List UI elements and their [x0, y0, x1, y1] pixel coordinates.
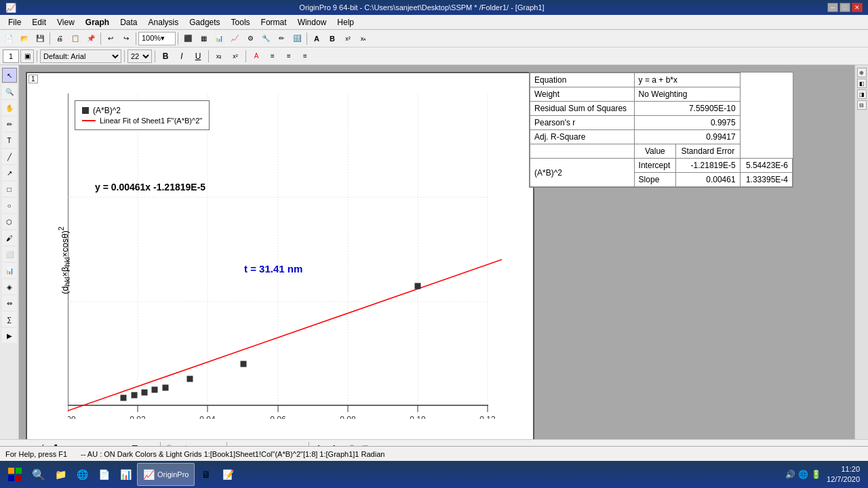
svg-text:0.08: 0.08 — [340, 415, 356, 419]
menu-graph[interactable]: Graph — [80, 16, 115, 28]
stats-row-residual: Residual Sum of Squares 7.55905E-10 — [530, 102, 793, 116]
vtb-data[interactable]: 📊 — [2, 263, 17, 278]
stats-row-intercept: (A*B)^2 Intercept -1.21819E-5 5.54423E-6 — [530, 159, 793, 173]
tb-btn1[interactable]: ⬛ — [180, 31, 195, 46]
menu-format[interactable]: Format — [256, 16, 292, 28]
vtb-brush[interactable]: 🖌 — [2, 230, 17, 245]
tb-superscript[interactable]: x² — [228, 49, 243, 64]
rt-btn4[interactable]: ⊟ — [857, 100, 867, 110]
menu-view[interactable]: View — [52, 16, 80, 28]
taskbar-notepad[interactable]: 📝 — [218, 464, 238, 485]
legend-series1-label: (A*B)^2 — [93, 106, 121, 115]
tb-open[interactable]: 📂 — [17, 31, 32, 46]
tb-align-right[interactable]: ≡ — [298, 49, 313, 64]
tb-undo[interactable]: ↩ — [103, 31, 118, 46]
stats-row-col-headers: Value Standard Error — [530, 144, 793, 159]
svg-rect-32 — [132, 392, 137, 398]
tb-d[interactable]: xₙ — [356, 31, 371, 46]
rt-btn2[interactable]: ◧ — [857, 79, 867, 88]
taskbar-files[interactable]: 📁 — [50, 464, 71, 485]
tb-c[interactable]: x² — [340, 31, 355, 46]
menu-edit[interactable]: Edit — [26, 16, 52, 28]
tb-text-color[interactable]: A — [249, 49, 264, 64]
stats-value-residual: 7.55905E-10 — [634, 102, 740, 116]
tb-subscript[interactable]: x₂ — [212, 49, 226, 64]
tb-print[interactable]: 🖨 — [52, 31, 67, 46]
tb-copy[interactable]: 📋 — [68, 31, 83, 46]
menu-window[interactable]: Window — [292, 16, 332, 28]
taskbar-search[interactable]: 🔍 — [28, 464, 49, 485]
svg-rect-34 — [152, 387, 157, 392]
font-select[interactable]: Default: Arial — [40, 49, 121, 63]
vtb-mask[interactable]: ◈ — [2, 279, 17, 294]
vtb-expand[interactable]: ▶ — [2, 328, 17, 343]
start-button[interactable] — [3, 463, 27, 486]
svg-text:0.12: 0.12 — [479, 415, 496, 419]
menu-gadgets[interactable]: Gadgets — [184, 16, 225, 28]
vtb-circle[interactable]: ○ — [2, 198, 17, 213]
vtb-formula[interactable]: ∑ — [2, 312, 17, 327]
vtb-scale[interactable]: ⇔ — [2, 296, 17, 310]
svg-rect-37 — [241, 361, 246, 367]
vtb-line[interactable]: ╱ — [2, 149, 17, 164]
tb-align-center[interactable]: ≡ — [281, 49, 296, 64]
taskbar-excel[interactable]: 📊 — [115, 464, 136, 485]
taskbar-word[interactable]: 📄 — [94, 464, 114, 485]
restore-button[interactable]: □ — [840, 3, 850, 12]
vtb-eraser[interactable]: ⬜ — [2, 247, 17, 262]
tb-paste[interactable]: 📌 — [83, 31, 98, 46]
tb-zoom-select[interactable]: 100%▾ — [138, 32, 176, 45]
taskbar-clock: 11:20 12/7/2020 — [827, 464, 860, 485]
tb-new[interactable]: 📄 — [1, 31, 16, 46]
minimize-button[interactable]: ─ — [827, 3, 838, 12]
taskbar-origin[interactable]: 📈 OriginPro — [137, 463, 195, 486]
taskbar-right: 🔊🌐🔋 11:20 12/7/2020 — [785, 464, 865, 485]
menu-tools[interactable]: Tools — [226, 16, 256, 28]
stats-col-empty — [530, 144, 635, 159]
stats-value-pearson: 0.9975 — [634, 116, 740, 130]
tb-align-left[interactable]: ≡ — [265, 49, 280, 64]
stats-stderr-slope: 1.33395E-4 — [740, 173, 792, 187]
tb-redo[interactable]: ↪ — [119, 31, 134, 46]
tb-btn4[interactable]: 📈 — [227, 31, 242, 46]
rt-btn1[interactable]: ⊕ — [857, 68, 867, 77]
tb-italic[interactable]: I — [174, 49, 189, 64]
vtb-rect[interactable]: □ — [2, 182, 17, 197]
tb-btn2[interactable]: ▦ — [196, 31, 211, 46]
tb-btn8[interactable]: 🔠 — [290, 31, 304, 46]
legend-line-icon — [82, 120, 96, 121]
vtb-arrow[interactable]: ↗ — [2, 165, 17, 180]
taskbar-edge[interactable]: 🌐 — [72, 464, 92, 485]
rt-btn3[interactable]: ◨ — [857, 89, 867, 99]
tb-btn3[interactable]: 📊 — [212, 31, 226, 46]
vtb-region[interactable]: ⬡ — [2, 214, 17, 229]
vtb-pointer[interactable]: ↖ — [2, 68, 17, 83]
tb-btn5[interactable]: ⚙ — [243, 31, 258, 46]
toolbar-format: 1 ▣ Default: Arial 22 B I U x₂ x² A ≡ ≡ … — [0, 47, 868, 65]
taskbar-terminal[interactable]: 🖥 — [196, 464, 216, 485]
menu-file[interactable]: File — [3, 16, 26, 28]
tb-a[interactable]: A — [309, 31, 324, 46]
page-num-box: 1 — [3, 49, 19, 63]
vtb-text[interactable]: T — [2, 133, 17, 148]
stats-col-stderr: Standard Error — [676, 144, 740, 159]
tb-bold[interactable]: B — [158, 49, 173, 64]
tb-btn6[interactable]: 🔧 — [258, 31, 273, 46]
menu-help[interactable]: Help — [332, 16, 359, 28]
tb-b[interactable]: B — [325, 31, 340, 46]
menu-analysis[interactable]: Analysis — [143, 16, 184, 28]
stats-row-adj-r2: Adj. R-Square 0.99417 — [530, 130, 793, 144]
tb-btn7[interactable]: ✏ — [274, 31, 289, 46]
vtb-draw[interactable]: ✏ — [2, 117, 17, 131]
close-button[interactable]: ✕ — [852, 3, 863, 12]
tb-save[interactable]: 💾 — [33, 31, 47, 46]
page-number: 1 — [28, 75, 38, 83]
plot-region: (A*B)^2 Linear Fit of Sheet1 F"(A*B)^2" … — [68, 94, 502, 419]
menubar: File Edit View Graph Data Analysis Gadge… — [0, 15, 868, 30]
vtb-zoom[interactable]: 🔍 — [2, 84, 17, 99]
font-size-select[interactable]: 22 — [127, 49, 152, 63]
vtb-pan[interactable]: ✋ — [2, 100, 17, 115]
stats-label-residual: Residual Sum of Squares — [530, 102, 635, 116]
tb-underline[interactable]: U — [191, 49, 205, 64]
menu-data[interactable]: Data — [115, 16, 142, 28]
